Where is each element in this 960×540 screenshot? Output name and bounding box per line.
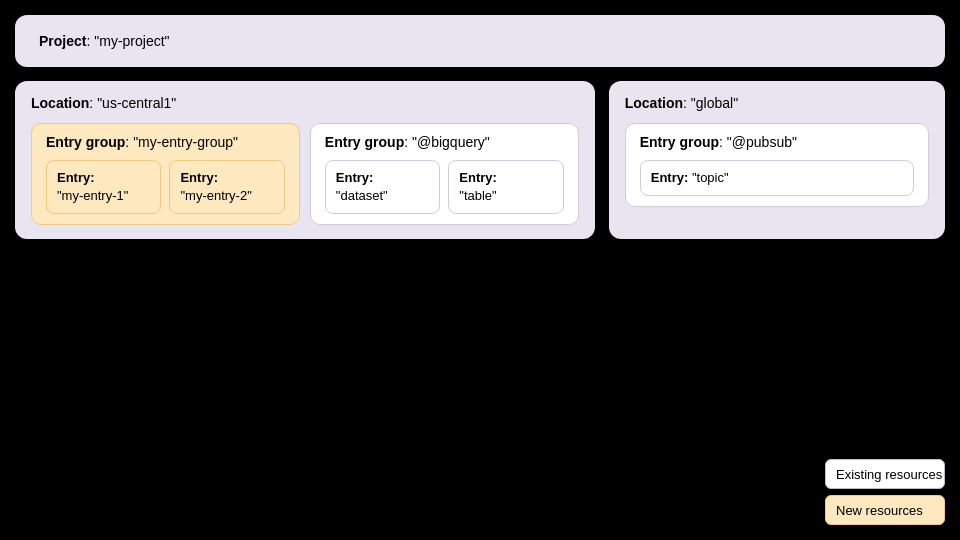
location-value-1: "us-central1" <box>97 95 176 111</box>
entry-group-label-1: Entry group <box>46 134 125 150</box>
legend-new: New resources <box>825 495 945 525</box>
entries-row-1: Entry: "my-entry-1" Entry: "my-entry-2" <box>46 160 285 214</box>
legend-existing-label: Existing resources <box>836 467 942 482</box>
legend: Existing resources New resources <box>825 459 945 525</box>
entry-group-my-entry-group: Entry group: "my-entry-group" Entry: "my… <box>31 123 300 225</box>
entry-table: Entry: "table" <box>448 160 563 214</box>
entry-group-label-2: Entry group <box>325 134 404 150</box>
entries-row-3: Entry: "topic" <box>640 160 914 196</box>
entry-group-label-3: Entry group <box>640 134 719 150</box>
entry-dataset: Entry: "dataset" <box>325 160 440 214</box>
entry-label-4: Entry: <box>459 170 497 185</box>
entry-my-entry-2: Entry: "my-entry-2" <box>169 160 284 214</box>
entry-label-3: Entry: <box>336 170 374 185</box>
entry-label-2: Entry: <box>180 170 218 185</box>
entry-group-value-1: "my-entry-group" <box>133 134 238 150</box>
location-us-central1-header: Location: "us-central1" <box>31 95 579 111</box>
locations-row: Location: "us-central1" Entry group: "my… <box>15 81 945 239</box>
project-value: "my-project" <box>94 33 169 49</box>
entries-row-2: Entry: "dataset" Entry: "table" <box>325 160 564 214</box>
project-box: Project: "my-project" <box>15 15 945 67</box>
entry-group-value-3: "@pubsub" <box>727 134 797 150</box>
entry-group-value-2: "@bigquery" <box>412 134 490 150</box>
location-label-2: Location <box>625 95 683 111</box>
location-global: Location: "global" Entry group: "@pubsub… <box>609 81 945 239</box>
entry-value-1: "my-entry-1" <box>57 188 128 203</box>
entry-my-entry-1: Entry: "my-entry-1" <box>46 160 161 214</box>
legend-new-label: New resources <box>836 503 923 518</box>
entry-topic: Entry: "topic" <box>640 160 914 196</box>
location-value-2: "global" <box>691 95 738 111</box>
entry-label-1: Entry: <box>57 170 95 185</box>
entry-value-3: "dataset" <box>336 188 388 203</box>
entry-group-pubsub: Entry group: "@pubsub" Entry: "topic" <box>625 123 929 207</box>
entry-groups-row-right: Entry group: "@pubsub" Entry: "topic" <box>625 123 929 207</box>
entry-value-5: "topic" <box>692 170 729 185</box>
legend-existing: Existing resources <box>825 459 945 489</box>
entry-value-4: "table" <box>459 188 496 203</box>
location-us-central1: Location: "us-central1" Entry group: "my… <box>15 81 595 239</box>
location-label-1: Location <box>31 95 89 111</box>
location-global-header: Location: "global" <box>625 95 929 111</box>
entry-value-2: "my-entry-2" <box>180 188 251 203</box>
entry-group-pubsub-header: Entry group: "@pubsub" <box>640 134 914 150</box>
entry-group-my-entry-group-header: Entry group: "my-entry-group" <box>46 134 285 150</box>
entry-groups-row-left: Entry group: "my-entry-group" Entry: "my… <box>31 123 579 225</box>
entry-group-bigquery: Entry group: "@bigquery" Entry: "dataset… <box>310 123 579 225</box>
entry-label-5: Entry: <box>651 170 689 185</box>
entry-group-bigquery-header: Entry group: "@bigquery" <box>325 134 564 150</box>
project-label: Project <box>39 33 86 49</box>
